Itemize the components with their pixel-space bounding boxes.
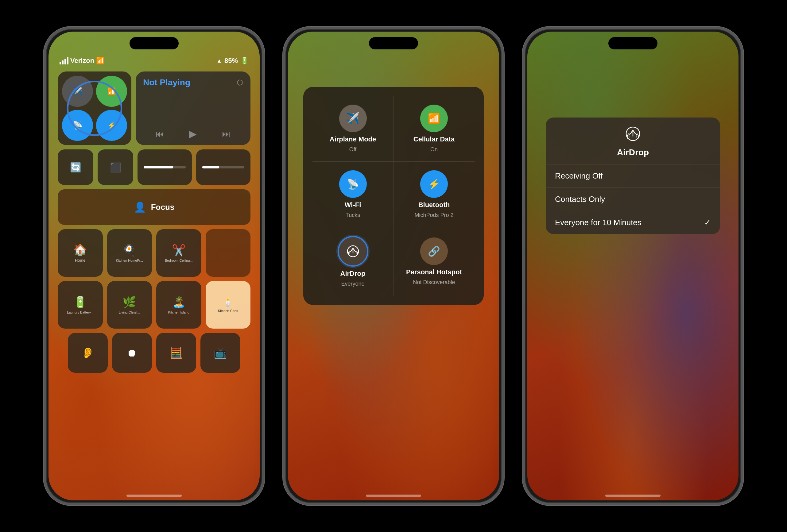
conn-grid: ✈️ 📶 📡 ⚡	[58, 71, 131, 145]
exp-airdrop-btn[interactable]	[338, 236, 368, 267]
living-icon: 🌿	[123, 296, 136, 309]
exp-hotspot-label: Personal Hotspot	[406, 268, 462, 276]
kitchen-island-tile[interactable]: 🏝️ Kitchen Island	[156, 281, 201, 329]
status-bar-1: Verizon 📶 ▲ 85% 🔋	[48, 53, 260, 68]
dynamic-island-1	[129, 37, 179, 49]
kitchen-island-label: Kitchen Island	[168, 310, 189, 314]
exp-airdrop-label: AirDrop	[340, 270, 366, 278]
phone1-screen: Verizon 📶 ▲ 85% 🔋 ✈️ 📶	[48, 31, 260, 501]
cellular-btn[interactable]: 📶	[96, 76, 127, 107]
screen-lock-tile[interactable]: 🔄	[58, 150, 93, 185]
home-tile[interactable]: 🏠 Home	[58, 229, 103, 277]
location-icon: ▲	[216, 58, 222, 64]
media-tile[interactable]: Not Playing ⬡ ⏮ ▶ ⏭	[136, 71, 251, 145]
exp-wifi-cell[interactable]: 📡 Wi-Fi Tucks	[313, 162, 394, 227]
media-next-btn[interactable]: ⏭	[222, 129, 231, 139]
everyone-10min-label: Everyone for 10 Minutes	[555, 218, 641, 227]
focus-label: Focus	[151, 202, 175, 212]
exp-airplane-sublabel: Off	[349, 146, 357, 153]
bluetooth-btn[interactable]: ⚡	[96, 110, 127, 141]
screen-mirror-icon: ⬛	[110, 162, 121, 173]
calculator-tile[interactable]: 🧮	[156, 333, 196, 373]
menu-item-contacts-only[interactable]: Contacts Only	[546, 187, 720, 211]
exp-airplane-btn[interactable]: ✈️	[339, 105, 367, 132]
receiving-off-label: Receiving Off	[555, 171, 603, 181]
cc-row-1: ✈️ 📶 📡 ⚡ Not Playing ⬡	[58, 71, 251, 145]
spacer-tile	[206, 229, 251, 277]
checkmark-icon: ✓	[704, 218, 711, 227]
volume-tile[interactable]	[196, 150, 251, 185]
wifi-btn[interactable]: 📡	[62, 110, 93, 141]
airdrop-menu[interactable]: AirDrop Receiving Off Contacts Only Ever…	[546, 117, 720, 234]
kitchen-home-icon: 🍳	[123, 244, 136, 257]
iphone-3: AirDrop Receiving Off Contacts Only Ever…	[523, 27, 743, 505]
bedroom-label: Bedroom Ceiling...	[165, 259, 193, 262]
exp-cellular-label: Cellular Data	[413, 135, 455, 143]
exp-hotspot-btn[interactable]: 🔗	[420, 238, 448, 265]
kitchen-home-tile[interactable]: 🍳 Kitchen HomePr...	[107, 229, 152, 277]
focus-tile[interactable]: 👤 Focus	[58, 189, 251, 225]
remote-tile[interactable]: 📺	[200, 333, 240, 373]
media-title: Not Playing	[143, 77, 190, 87]
exp-wifi-label: Wi-Fi	[345, 201, 361, 209]
media-controls: ⏮ ▶ ⏭	[143, 128, 243, 139]
laundry-tile[interactable]: 🔋 Laundry Battery...	[58, 281, 103, 329]
exp-airplane-cell[interactable]: ✈️ Airplane Mode Off	[313, 96, 394, 162]
media-top: Not Playing ⬡	[143, 77, 243, 87]
home-indicator-3	[605, 494, 661, 497]
control-center-panel: ✈️ 📶 📡 ⚡ Not Playing ⬡	[58, 71, 251, 491]
carrier-label: Verizon	[70, 57, 94, 65]
brightness-fill	[144, 166, 173, 169]
exp-hotspot-cell[interactable]: 🔗 Personal Hotspot Not Discoverable	[394, 227, 474, 296]
brightness-tile[interactable]	[137, 150, 192, 185]
living-tile[interactable]: 🌿 Living Christ...	[107, 281, 152, 329]
exp-airplane-label: Airplane Mode	[329, 135, 376, 143]
screen-mirror-tile[interactable]: ⬛	[98, 150, 133, 185]
iphone-2: ✈️ Airplane Mode Off 📶 Cellular Data On …	[283, 27, 504, 505]
hearing-tile[interactable]: 👂	[68, 333, 108, 373]
airdrop-menu-title: AirDrop	[617, 148, 649, 157]
cc-row-3: 👤 Focus	[58, 189, 251, 225]
cc-row-2: 🔄 ⬛	[58, 150, 251, 185]
record-tile[interactable]: ⏺	[112, 333, 152, 373]
exp-cellular-btn[interactable]: 📶	[420, 105, 448, 132]
phone3-background	[527, 31, 739, 501]
screen-lock-icon: 🔄	[70, 162, 81, 173]
dynamic-island-3	[608, 37, 658, 49]
signal-bar-4	[67, 57, 68, 64]
exp-hotspot-sublabel: Not Discoverable	[413, 279, 455, 286]
menu-item-everyone-10min[interactable]: Everyone for 10 Minutes ✓	[546, 211, 720, 234]
phone2-screen: ✈️ Airplane Mode Off 📶 Cellular Data On …	[288, 31, 499, 501]
kitchen-cans-tile[interactable]: 🕯️ Kitchen Cans	[206, 281, 251, 329]
exp-wifi-btn[interactable]: 📡	[339, 170, 367, 198]
kitchen-island-icon: 🏝️	[172, 296, 186, 309]
exp-airdrop-sublabel: Everyone	[341, 281, 364, 287]
menu-item-receiving-off[interactable]: Receiving Off	[546, 164, 720, 187]
airplane-btn[interactable]: ✈️	[62, 76, 93, 107]
battery-label: 85%	[225, 57, 238, 65]
status-left: Verizon 📶	[60, 57, 104, 65]
living-label: Living Christ...	[119, 310, 140, 314]
bedroom-tile[interactable]: ✂️ Bedroom Ceiling...	[156, 229, 201, 277]
kitchen-cans-label: Kitchen Cans	[218, 309, 238, 313]
exp-airdrop-cell[interactable]: AirDrop Everyone	[313, 227, 394, 296]
kitchen-home-label: Kitchen HomePr...	[116, 259, 143, 262]
airplay-icon[interactable]: ⬡	[237, 78, 243, 87]
signal-bar-3	[64, 59, 66, 64]
contacts-only-label: Contacts Only	[555, 195, 605, 204]
signal-bars	[60, 57, 68, 64]
media-play-btn[interactable]: ▶	[189, 128, 197, 139]
status-right: ▲ 85% 🔋	[216, 57, 249, 65]
expanded-connectivity-panel[interactable]: ✈️ Airplane Mode Off 📶 Cellular Data On …	[303, 87, 484, 305]
volume-fill	[202, 166, 219, 169]
exp-bluetooth-cell[interactable]: ⚡ Bluetooth MichPods Pro 2	[394, 162, 474, 227]
exp-wifi-sublabel: Tucks	[346, 212, 360, 218]
exp-grid: ✈️ Airplane Mode Off 📶 Cellular Data On …	[313, 96, 474, 296]
wifi-icon: 📶	[96, 57, 104, 65]
focus-icon: 👤	[134, 201, 146, 213]
connectivity-tile[interactable]: ✈️ 📶 📡 ⚡	[58, 71, 131, 145]
exp-bluetooth-label: Bluetooth	[418, 201, 450, 209]
media-prev-btn[interactable]: ⏮	[156, 129, 164, 139]
exp-cellular-cell[interactable]: 📶 Cellular Data On	[394, 96, 474, 162]
exp-bluetooth-btn[interactable]: ⚡	[420, 170, 448, 198]
